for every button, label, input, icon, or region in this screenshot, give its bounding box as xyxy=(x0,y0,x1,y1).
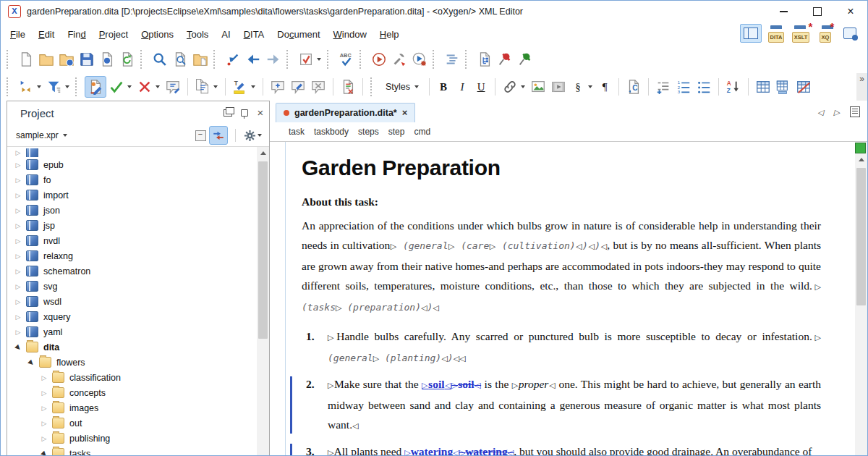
toolbar-grip[interactable] xyxy=(75,77,80,96)
minimize-button[interactable] xyxy=(767,1,801,22)
xquery-debugger-perspective-button[interactable]: XQ xyxy=(815,25,835,42)
find-replace-icon[interactable] xyxy=(150,49,170,69)
menu-item[interactable]: Project xyxy=(93,26,135,43)
editor-scrollbar[interactable] xyxy=(855,142,867,456)
find-resource-icon[interactable] xyxy=(190,49,210,69)
tree-item[interactable]: classification xyxy=(7,370,256,385)
insert-ordered-list-icon[interactable]: 123 xyxy=(673,77,694,97)
menu-item[interactable]: Help xyxy=(373,26,406,43)
toolbar-grip[interactable] xyxy=(286,50,292,69)
tab-close-icon[interactable] xyxy=(402,107,408,118)
collapse-all-icon[interactable] xyxy=(195,130,206,141)
insert-definition-list-icon[interactable] xyxy=(653,77,673,97)
validation-status-square[interactable] xyxy=(855,143,866,153)
link-with-editor-icon[interactable] xyxy=(209,126,228,145)
float-panel-icon[interactable] xyxy=(224,109,232,117)
open-file-icon[interactable] xyxy=(36,49,56,69)
insert-link-dropdown-icon[interactable] xyxy=(521,85,525,88)
delete-table-column-icon[interactable] xyxy=(793,77,814,97)
close-button[interactable]: × xyxy=(834,1,867,22)
open-url-icon[interactable] xyxy=(56,49,77,69)
menu-item[interactable]: Options xyxy=(135,26,180,43)
italic-button[interactable]: I xyxy=(453,77,472,97)
menu-item[interactable]: AI xyxy=(215,26,237,43)
insert-media-icon[interactable] xyxy=(548,77,569,97)
pin-green-icon[interactable] xyxy=(515,49,535,69)
scroll-up-icon[interactable] xyxy=(855,153,867,166)
expand-arrow-icon[interactable] xyxy=(13,253,23,260)
new-file-icon[interactable] xyxy=(16,49,36,69)
tree-item[interactable]: out xyxy=(7,415,256,431)
insert-section-dropdown-icon[interactable] xyxy=(588,85,592,88)
expand-arrow-icon[interactable] xyxy=(13,177,23,184)
scrollbar-thumb[interactable] xyxy=(856,168,866,305)
expand-arrow-icon[interactable] xyxy=(13,222,23,229)
insert-unordered-list-icon[interactable] xyxy=(694,77,714,97)
find-in-files-icon[interactable] xyxy=(170,49,190,69)
comment-change-icon[interactable] xyxy=(163,77,183,97)
tree-item[interactable]: jsp xyxy=(7,218,256,233)
breadcrumb-item[interactable]: task xyxy=(289,127,305,137)
expand-arrow-icon[interactable] xyxy=(13,329,23,336)
insert-section-button[interactable]: § xyxy=(569,77,587,97)
remove-comment-icon[interactable] xyxy=(308,77,328,97)
expand-arrow-icon[interactable] xyxy=(39,450,49,456)
tree-item[interactable]: dita xyxy=(7,339,256,355)
tree-item[interactable]: wsdl xyxy=(7,294,256,309)
accept-change-icon[interactable] xyxy=(106,77,127,97)
expand-arrow-icon[interactable] xyxy=(13,237,23,245)
tab-list-icon[interactable] xyxy=(850,106,860,117)
bold-button[interactable]: B xyxy=(434,77,453,97)
reject-change-dropdown-icon[interactable] xyxy=(156,85,160,88)
show-formatting-marks-button[interactable]: ¶ xyxy=(595,77,614,97)
tree-item[interactable]: publishing xyxy=(7,431,256,446)
toolbar-overflow-icon[interactable] xyxy=(856,73,867,101)
edit-comment-icon[interactable] xyxy=(288,77,308,97)
toolbar-grip[interactable] xyxy=(370,77,375,96)
tree-item[interactable]: relaxng xyxy=(7,248,256,263)
project-tree-scrollbar[interactable] xyxy=(257,147,269,456)
track-changes-icon[interactable] xyxy=(85,76,106,98)
pin-red-icon[interactable] xyxy=(495,49,515,69)
insert-image-icon[interactable] xyxy=(528,77,548,97)
tree-item[interactable]: flowers xyxy=(7,355,256,370)
tree-item[interactable]: xquery xyxy=(7,309,256,324)
breadcrumb-item[interactable]: taskbody xyxy=(314,127,349,137)
toolbar-grip[interactable] xyxy=(327,50,332,69)
accept-change-dropdown-icon[interactable] xyxy=(127,85,132,88)
go-to-last-modification-icon[interactable] xyxy=(223,49,243,69)
save-icon[interactable] xyxy=(77,49,97,69)
toolbar-grip[interactable] xyxy=(140,50,145,69)
scroll-tabs-left-icon[interactable] xyxy=(817,105,823,118)
tree-item[interactable]: tasks xyxy=(7,446,256,456)
copy-formatting-icon[interactable] xyxy=(192,77,213,97)
add-comment-icon[interactable] xyxy=(268,77,288,97)
expand-arrow-icon[interactable] xyxy=(39,405,49,412)
tree-item[interactable]: import xyxy=(7,187,256,203)
styles-dropdown[interactable]: Styles xyxy=(380,80,425,94)
menu-item[interactable]: File xyxy=(4,26,32,43)
show-tags-icon[interactable] xyxy=(16,77,36,97)
manage-reviews-icon[interactable] xyxy=(338,77,358,97)
tab-gardenpreparation[interactable]: gardenPreparation.dita* xyxy=(276,103,415,122)
sort-icon[interactable]: AZ xyxy=(723,77,744,97)
expand-arrow-icon[interactable] xyxy=(13,268,23,275)
editor-perspective-button[interactable] xyxy=(740,24,762,43)
reload-icon[interactable] xyxy=(117,49,137,69)
scroll-up-icon[interactable] xyxy=(257,147,269,159)
tree-item[interactable]: fo xyxy=(7,172,256,187)
highlight-icon[interactable]: T xyxy=(230,77,250,97)
expand-arrow-icon[interactable] xyxy=(13,192,23,199)
copy-formatting-dropdown-icon[interactable] xyxy=(213,85,218,88)
navigate-back-icon[interactable] xyxy=(243,49,263,69)
apply-transformation-scenario-icon[interactable] xyxy=(369,49,389,69)
xslt-debugger-perspective-button[interactable]: XSLT xyxy=(791,25,811,42)
expand-arrow-icon[interactable] xyxy=(13,283,23,290)
tree-item[interactable]: nvdl xyxy=(7,233,256,248)
close-panel-icon[interactable] xyxy=(257,106,263,119)
scrollbar-thumb[interactable] xyxy=(258,161,268,339)
validate-icon[interactable] xyxy=(296,49,316,69)
tree-item[interactable]: schematron xyxy=(7,263,256,279)
menu-item[interactable]: Edit xyxy=(32,26,61,43)
expand-arrow-icon[interactable] xyxy=(13,161,23,169)
